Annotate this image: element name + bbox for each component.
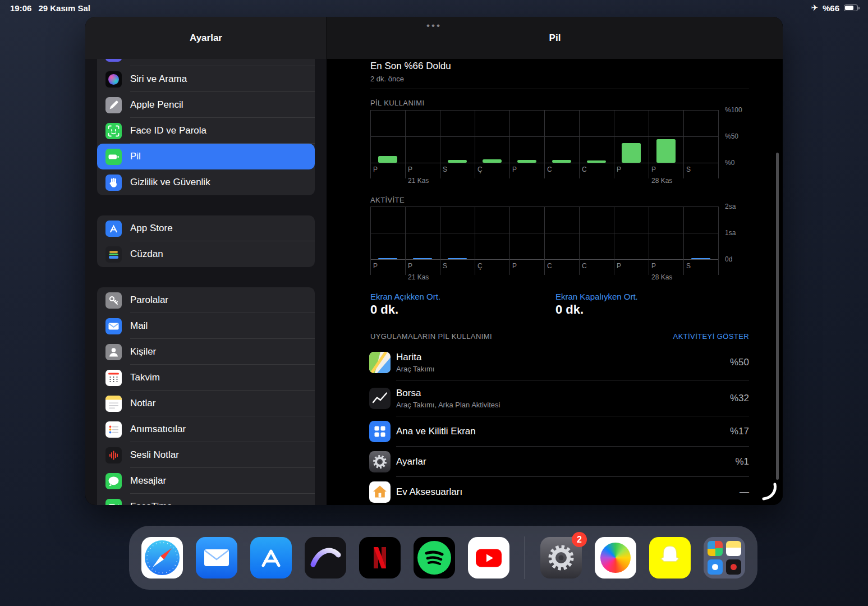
sidebar-item-kisiler[interactable]: Kişiler	[97, 339, 315, 365]
sidebar-item-label: Parolalar	[130, 295, 168, 306]
last-charge-title: En Son %66 Doldu	[370, 61, 451, 72]
sidebar-item-siri-ve-arama[interactable]: Siri ve Arama	[97, 66, 315, 92]
sidebar-group-3: Parolalar Mail Kişiler	[97, 287, 315, 505]
sidebar-item-sesli-notlar[interactable]: Sesli Notlar	[97, 442, 315, 468]
sidebar-item-label: Siri ve Arama	[130, 74, 187, 85]
app-folder-icon[interactable]	[704, 537, 745, 579]
procreate-icon[interactable]	[305, 537, 346, 579]
scribble-mark	[759, 481, 778, 504]
app-store-icon[interactable]	[250, 537, 292, 579]
sidebar-item-apple-pencil[interactable]: Apple Pencil	[97, 92, 315, 118]
app-usage-row-harita[interactable]: Harita Araç Takımı %50	[369, 345, 749, 380]
sidebar-header: Ayarlar	[85, 17, 327, 59]
youtube-icon[interactable]	[468, 537, 509, 579]
netflix-icon[interactable]	[359, 537, 401, 579]
last-charge-subtitle: 2 dk. önce	[370, 75, 404, 83]
battery-usage-plot: PPSÇPCCPPS21 Kas28 Kas%100%50%0	[370, 110, 718, 194]
folder-mini-app-3	[708, 559, 723, 575]
app-usage-row-ana-ekran[interactable]: Ana ve Kilitli Ekran %17	[369, 416, 749, 447]
apps-usage-header: UYGULAMALARIN PİL KULLANIMI	[370, 332, 492, 341]
app-usage-row-borsa[interactable]: Borsa Araç Takımı, Arka Plan Aktivitesi …	[369, 380, 749, 416]
sidebar-group-2: App Store Cüzdan	[97, 215, 315, 267]
scrollbar[interactable]	[776, 153, 779, 480]
screen-on-average-value: 0 dk.	[370, 302, 398, 317]
home-app-icon	[369, 481, 391, 503]
sidebar-item-app-store[interactable]: App Store	[97, 215, 315, 241]
activity-plot: PPSÇPCCPPS21 Kas28 Kas2sa1sa0d	[370, 206, 718, 291]
sidebar-item-label: Gizlilik ve Güvenlik	[130, 177, 210, 188]
app-name: Ayarlar	[396, 456, 426, 467]
key-icon	[105, 292, 122, 309]
sidebar-item-clipped[interactable]	[97, 59, 315, 66]
status-left: 19:06 29 Kasım Sal	[10, 3, 90, 13]
battery-pane: Pil En Son %66 Doldu 2 dk. önce PİL KULL…	[327, 17, 783, 505]
app-usage-value: %1	[735, 456, 749, 467]
sidebar-item-label: Mail	[130, 320, 148, 332]
spotify-icon[interactable]	[414, 537, 455, 579]
sidebar-item-parolalar[interactable]: Parolalar	[97, 287, 315, 313]
sidebar-item-label: Apple Pencil	[130, 99, 183, 111]
app-name: Ana ve Kilitli Ekran	[396, 426, 476, 437]
sidebar-item-label: App Store	[130, 223, 173, 234]
app-usage-value: %17	[730, 426, 749, 437]
sidebar-item-face-id[interactable]: Face ID ve Parola	[97, 118, 315, 144]
safari-icon[interactable]	[141, 537, 183, 579]
show-activity-link[interactable]: AKTİVİTEYİ GÖSTER	[673, 332, 749, 341]
settings-small-icon	[369, 451, 391, 472]
folder-mini-app-2	[726, 541, 741, 556]
app-usage-row-ev[interactable]: Ev Aksesuarları —	[369, 477, 749, 505]
calendar-icon	[105, 370, 122, 386]
battery-usage-chart: PPSÇPCCPPS21 Kas28 Kas%100%50%0	[370, 110, 774, 194]
sidebar-item-mesajlar[interactable]: Mesajlar	[97, 468, 315, 494]
multitask-indicator[interactable]: •••	[426, 20, 442, 31]
app-usage-row-ayarlar[interactable]: Ayarlar %1	[369, 447, 749, 477]
sidebar-item-facetime[interactable]: FaceTime	[97, 494, 315, 505]
settings-icon[interactable]: 2	[540, 537, 582, 579]
sidebar-item-animsaticilar[interactable]: Anımsatıcılar	[97, 416, 315, 442]
sidebar-item-gizlilik[interactable]: Gizlilik ve Güvenlik	[97, 169, 315, 195]
sidebar-item-pil[interactable]: Pil	[97, 144, 315, 169]
battery-icon	[844, 4, 858, 11]
sidebar-item-notlar[interactable]: Notlar	[97, 391, 315, 416]
app-store-setting-icon	[105, 221, 122, 237]
sidebar-scroll[interactable]: Siri ve Arama Apple Pencil	[85, 59, 327, 505]
snapchat-icon[interactable]	[649, 537, 691, 579]
messages-icon	[105, 473, 122, 489]
folder-mini-app-4	[726, 559, 741, 575]
screen-on-average-label: Ekran Açıkken Ort.	[370, 292, 440, 301]
app-usage-value: —	[740, 486, 749, 498]
app-name: Harita	[396, 352, 434, 363]
app-usage-value: %50	[730, 357, 749, 368]
sidebar-item-label: Notlar	[130, 398, 155, 409]
voice-memos-icon	[105, 447, 122, 463]
page-title: Pil	[549, 33, 561, 44]
app-detail: Araç Takımı	[396, 365, 434, 373]
pencil-icon	[105, 97, 122, 113]
sidebar-item-label: Sesli Notlar	[130, 449, 179, 461]
sidebar-item-label: FaceTime	[130, 501, 172, 505]
dock: 2	[129, 526, 757, 590]
sidebar-item-cuzdan[interactable]: Cüzdan	[97, 241, 315, 267]
sidebar-item-label: Face ID ve Parola	[130, 125, 206, 136]
photos-icon[interactable]	[595, 537, 636, 579]
activity-header: AKTİVİTE	[370, 196, 405, 204]
status-right: ✈ %66	[811, 3, 858, 13]
app-detail: Araç Takımı, Arka Plan Aktivitesi	[396, 401, 500, 409]
settings-window: ••• Ayarlar Siri ve Arama	[85, 17, 783, 505]
status-date: 29 Kasım Sal	[38, 3, 90, 13]
contacts-icon	[105, 344, 122, 360]
app-usage-value: %32	[730, 393, 749, 404]
mail-icon[interactable]	[196, 537, 237, 579]
status-bar: 19:06 29 Kasım Sal ✈ %66	[0, 0, 868, 16]
sidebar-item-takvim[interactable]: Takvim	[97, 365, 315, 391]
privacy-hand-icon	[105, 175, 122, 191]
sidebar-item-label: Pil	[130, 151, 141, 162]
face-id-icon	[105, 123, 122, 139]
sidebar-item-label: Cüzdan	[130, 249, 163, 260]
sidebar-item-mail[interactable]: Mail	[97, 313, 315, 339]
notes-icon	[105, 396, 122, 412]
folder-mini-app-1	[708, 541, 723, 556]
notification-badge: 2	[572, 532, 587, 547]
dock-divider	[525, 536, 525, 579]
home-lock-screen-icon	[369, 421, 391, 442]
